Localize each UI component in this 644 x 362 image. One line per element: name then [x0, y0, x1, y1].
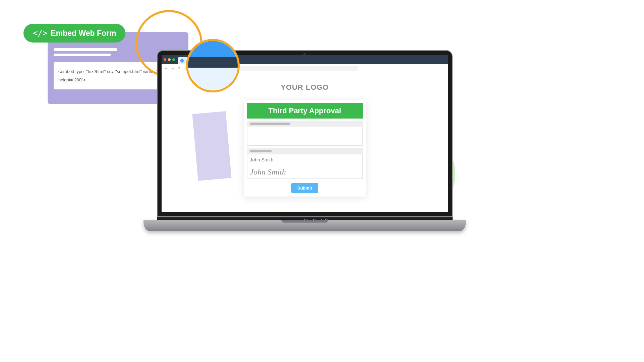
form-field-label	[247, 121, 363, 127]
webpage-content: YOUR LOGO Third Party Approval John Smit…	[162, 72, 448, 212]
placeholder-line	[54, 54, 111, 56]
tab-favicon-icon	[180, 58, 184, 63]
name-input[interactable]: John Smith	[247, 154, 363, 165]
embed-web-form-badge: </> Embed Web Form	[23, 24, 125, 43]
magnifier-ring-small	[186, 39, 240, 92]
minimize-window-icon[interactable]	[168, 58, 171, 61]
signature-text: John Smith	[250, 167, 286, 176]
form-textarea[interactable]	[247, 127, 363, 146]
form-field-label	[247, 148, 363, 154]
reload-icon[interactable]: ⟳	[178, 66, 180, 70]
signature-field[interactable]: John Smith	[247, 165, 363, 179]
submit-button[interactable]: Submit	[291, 183, 318, 193]
embed-badge-label: Embed Web Form	[51, 29, 116, 38]
forward-icon[interactable]: →	[171, 66, 174, 70]
code-icon: </>	[33, 28, 47, 38]
decor-purple-card	[192, 111, 231, 181]
form-title: Third Party Approval	[247, 103, 363, 119]
approval-form-card: Third Party Approval John Smith John Smi…	[244, 100, 366, 197]
window-controls	[164, 58, 175, 61]
back-icon[interactable]: ←	[164, 66, 168, 70]
placeholder-line	[54, 48, 117, 51]
laptop-base	[143, 220, 466, 231]
maximize-window-icon[interactable]	[172, 58, 175, 61]
laptop-hinge: MacBook Pro	[157, 217, 453, 220]
close-window-icon[interactable]	[164, 58, 166, 61]
